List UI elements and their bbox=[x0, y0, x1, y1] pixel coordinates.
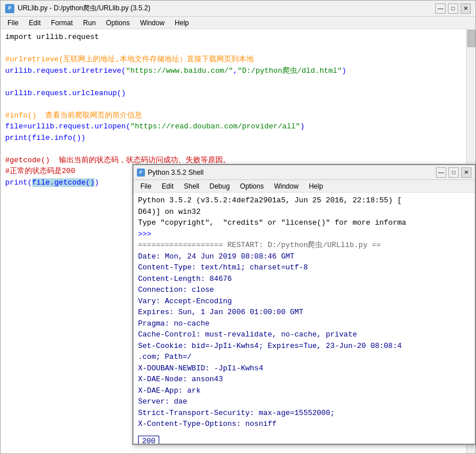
menu-format[interactable]: Format bbox=[46, 18, 77, 28]
menu-options[interactable]: Options bbox=[101, 18, 134, 28]
shell-window-controls: — □ ✕ bbox=[436, 167, 471, 178]
shell-title-left: P Python 3.5.2 Shell bbox=[137, 169, 203, 177]
shell-window-title: Python 3.5.2 Shell bbox=[148, 169, 203, 177]
maximize-button[interactable]: □ bbox=[448, 3, 458, 14]
code-line-2 bbox=[5, 43, 471, 54]
shell-line-5: =================== RESTART: D:/python爬虫… bbox=[138, 240, 470, 251]
code-line-1: import urllib.request bbox=[5, 32, 471, 43]
shell-line-16: X-DOUBAN-NEWBID: -JpIi-Kwhs4 bbox=[138, 363, 470, 374]
shell-menu-file[interactable]: File bbox=[136, 181, 156, 191]
shell-line-6: Date: Mon, 24 Jun 2019 08:08:46 GMT bbox=[138, 251, 470, 263]
code-line-8: #info() 查看当前爬取网页的简介信息 bbox=[5, 110, 471, 122]
shell-app-icon: P bbox=[137, 169, 145, 177]
shell-menu-shell[interactable]: Shell bbox=[179, 181, 204, 191]
code-line-9: file=urllib.request.urlopen("https://rea… bbox=[5, 121, 471, 132]
shell-line-11: Expires: Sun, 1 Jan 2006 01:00:00 GMT bbox=[138, 307, 470, 318]
result-value: 200 bbox=[138, 436, 159, 444]
shell-title-bar: P Python 3.5.2 Shell — □ ✕ bbox=[133, 165, 475, 180]
shell-line-9: Connection: close bbox=[138, 284, 470, 296]
shell-line-19: Server: dae bbox=[138, 396, 470, 408]
shell-line-7: Content-Type: text/html; charset=utf-8 bbox=[138, 262, 470, 273]
code-line-10: print(file.info()) bbox=[5, 132, 471, 144]
main-menu-bar: File Edit Format Run Options Window Help bbox=[1, 17, 475, 29]
shell-close-button[interactable]: ✕ bbox=[461, 167, 471, 178]
menu-window[interactable]: Window bbox=[135, 18, 169, 28]
shell-line-3: Type "copyright", "credits" or "license(… bbox=[138, 217, 470, 229]
shell-menu-help[interactable]: Help bbox=[304, 181, 328, 191]
shell-line-12: Pragma: no-cache bbox=[138, 318, 470, 330]
shell-line-8: Content-Length: 84676 bbox=[138, 273, 470, 285]
menu-help[interactable]: Help bbox=[170, 18, 194, 28]
code-line-7 bbox=[5, 99, 471, 110]
shell-line-4: >>> bbox=[138, 229, 470, 240]
shell-menu-window[interactable]: Window bbox=[269, 181, 303, 191]
shell-line-15: .com; Path=/ bbox=[138, 351, 470, 363]
shell-menu-options[interactable]: Options bbox=[235, 181, 268, 191]
shell-menu-debug[interactable]: Debug bbox=[205, 181, 234, 191]
menu-edit[interactable]: Edit bbox=[24, 18, 45, 28]
shell-menu-bar: File Edit Shell Debug Options Window Hel… bbox=[133, 180, 475, 193]
code-line-6: urllib.request.urlcleanup() bbox=[5, 88, 471, 99]
code-line-11 bbox=[5, 143, 471, 155]
shell-line-10: Vary: Accept-Encoding bbox=[138, 296, 470, 307]
shell-menu-edit[interactable]: Edit bbox=[157, 181, 178, 191]
title-bar-left: P URLlib.py - D:/python爬虫/URLlib.py (3.5… bbox=[5, 3, 150, 13]
shell-line-17: X-DAE-Node: anson43 bbox=[138, 374, 470, 385]
window-controls: — □ ✕ bbox=[435, 3, 471, 14]
python-shell-window: P Python 3.5.2 Shell — □ ✕ File Edit She… bbox=[132, 164, 476, 445]
window-title: URLlib.py - D:/python爬虫/URLlib.py (3.5.2… bbox=[18, 3, 150, 13]
code-line-3: #urlretrieve(互联网上的地址,本地文件存储地址）直接下载网页到本地 bbox=[5, 54, 471, 65]
shell-line-1: Python 3.5.2 (v3.5.2:4def2a2901a5, Jun 2… bbox=[138, 195, 470, 206]
shell-line-13: Cache-Control: must-revalidate, no-cache… bbox=[138, 329, 470, 340]
shell-line-20: Strict-Transport-Security: max-age=15552… bbox=[138, 408, 470, 419]
code-line-5 bbox=[5, 76, 471, 88]
shell-minimize-button[interactable]: — bbox=[436, 167, 446, 178]
shell-line-18: X-DAE-App: ark bbox=[138, 385, 470, 397]
main-title-bar: P URLlib.py - D:/python爬虫/URLlib.py (3.5… bbox=[1, 1, 475, 17]
minimize-button[interactable]: — bbox=[435, 3, 446, 14]
shell-line-14: Set-Cookie: bid=-JpIi-Kwhs4; Expires=Tue… bbox=[138, 340, 470, 352]
shell-line-21: X-Content-Type-Options: nosniff bbox=[138, 418, 470, 430]
shell-maximize-button[interactable]: □ bbox=[449, 167, 459, 178]
shell-line-2: D64)] on win32 bbox=[138, 206, 470, 218]
main-editor-window: P URLlib.py - D:/python爬虫/URLlib.py (3.5… bbox=[0, 0, 476, 454]
app-icon: P bbox=[5, 4, 14, 13]
menu-file[interactable]: File bbox=[3, 18, 23, 28]
scrollbar-thumb[interactable] bbox=[467, 30, 475, 47]
menu-run[interactable]: Run bbox=[78, 18, 100, 28]
code-line-4: urllib.request.urlretrieve("https://www.… bbox=[5, 65, 471, 77]
shell-content-area[interactable]: Python 3.5.2 (v3.5.2:4def2a2901a5, Jun 2… bbox=[133, 193, 475, 444]
close-button[interactable]: ✕ bbox=[461, 3, 471, 14]
